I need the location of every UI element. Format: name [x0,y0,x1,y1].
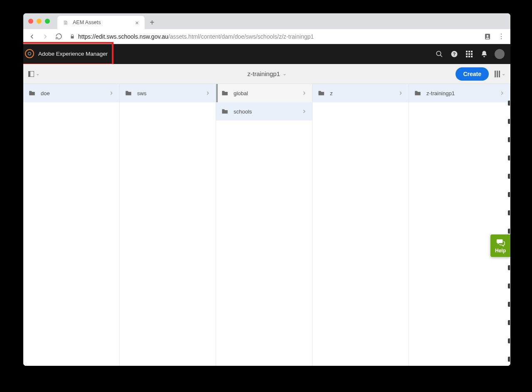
brand-highlight: Adobe Experience Manager [23,42,113,65]
notifications-bell-icon[interactable] [480,49,489,59]
forward-button[interactable] [40,31,51,42]
chevron-right-icon [301,90,307,96]
lock-icon [70,34,75,39]
folder-icon [125,89,132,97]
chevron-right-icon [205,90,211,96]
chevron-down-icon: ⌄ [283,71,286,76]
column-browser: doe sws global schools [23,84,510,366]
svg-point-3 [436,51,441,56]
column-0: doe [23,84,120,366]
rail-toggle[interactable]: ⌄ [28,71,39,77]
column-4: z-trainingp1 [409,84,510,366]
column-2: global schools [216,84,313,366]
folder-icon [318,89,325,97]
folder-item-sws[interactable]: sws [120,84,216,102]
page-icon: 🗎 [63,20,69,26]
help-widget[interactable]: Help [490,234,510,257]
url-host: https://edit.sws.schools.nsw.gov.au [78,33,168,40]
help-icon[interactable]: ? [450,49,459,59]
search-icon[interactable] [435,49,444,59]
svg-point-1 [487,35,489,37]
folder-item-global[interactable]: global [216,84,312,102]
column-1: sws [120,84,216,366]
chevron-right-icon [301,108,307,114]
close-tab-icon[interactable]: × [135,19,139,26]
app-header: Adobe Experience Manager ? [23,44,510,64]
aem-logo-icon[interactable] [25,49,34,58]
new-tab-button[interactable]: + [145,16,160,29]
create-button[interactable]: Create [456,67,489,81]
reload-button[interactable] [53,31,64,42]
chevron-right-icon [108,90,114,96]
folder-item-doe[interactable]: doe [23,84,119,102]
folder-label: sws [137,90,146,96]
folder-item-z[interactable]: z [313,84,409,102]
rail-toggle-icon [28,71,34,77]
folder-label: doe [41,90,50,96]
actions-toolbar: ⌄ z-trainingp1 ⌄ Create ⌄ [23,64,510,84]
window-controls[interactable] [27,13,53,29]
column-3: z [313,84,409,366]
browser-tab[interactable]: 🗎 AEM Assets × [57,16,145,29]
browser-tabstrip: 🗎 AEM Assets × + [23,13,510,29]
minimize-window-icon[interactable] [37,19,42,24]
folder-icon [221,108,229,115]
chevron-down-icon: ⌄ [502,71,505,76]
profile-extension-icon[interactable] [482,33,493,40]
tab-title: AEM Assets [73,20,101,25]
breadcrumb-current[interactable]: z-trainingp1 ⌄ [247,70,286,77]
folder-label: schools [234,108,252,115]
url-path: /assets.html/content/dam/doe/sws/schools… [168,33,314,40]
folder-icon [414,89,421,97]
chat-bubbles-icon [496,238,505,247]
current-folder-label: z-trainingp1 [247,70,280,77]
maximize-window-icon[interactable] [45,19,50,24]
right-edge-handles [508,99,510,366]
folder-label: global [234,90,248,96]
view-switcher[interactable]: ⌄ [495,71,505,77]
folder-label: z [330,90,333,96]
user-avatar[interactable] [495,49,505,59]
chevron-right-icon [398,90,404,96]
folder-item-schools[interactable]: schools [216,102,312,121]
browser-window: 🗎 AEM Assets × + https://edit.sws.school… [23,13,510,366]
svg-text:?: ? [453,52,456,57]
folder-label: z-trainingp1 [426,90,455,96]
svg-point-2 [28,52,31,55]
folder-item-z-trainingp1[interactable]: z-trainingp1 [409,84,510,102]
close-window-icon[interactable] [28,19,33,24]
address-bar[interactable]: https://edit.sws.schools.nsw.gov.au/asse… [66,33,480,40]
back-button[interactable] [27,31,37,42]
brand-name[interactable]: Adobe Experience Manager [38,51,108,57]
chevron-right-icon [499,90,505,96]
column-view-icon [495,71,500,77]
solutions-grid-icon[interactable] [465,49,474,59]
folder-icon [28,89,36,97]
browser-menu-icon[interactable]: ⋮ [495,32,507,40]
chevron-down-icon: ⌄ [36,71,39,76]
help-label: Help [495,248,506,254]
folder-icon [221,89,229,97]
